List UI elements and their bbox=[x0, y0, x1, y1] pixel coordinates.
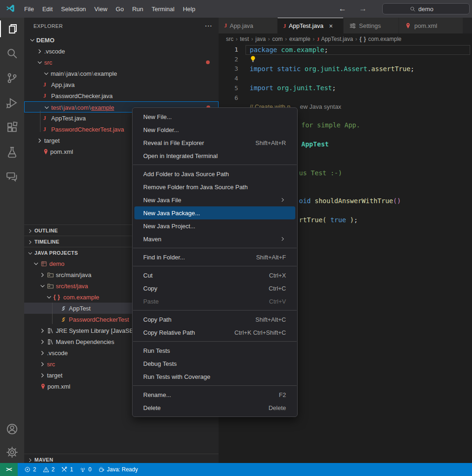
status-error[interactable]: 2 bbox=[24, 463, 36, 476]
search-input[interactable] bbox=[419, 6, 443, 13]
back-arrow-icon[interactable]: ← bbox=[339, 0, 346, 18]
menubar-item-terminal[interactable]: Terminal bbox=[147, 0, 179, 18]
chevron-down-icon bbox=[27, 250, 33, 257]
activity-files-icon[interactable] bbox=[0, 18, 24, 40]
menu-item-new-file---[interactable]: New File... bbox=[134, 110, 295, 123]
tab-app-java[interactable]: JApp.java bbox=[219, 18, 277, 33]
tab-pom-xml[interactable]: pom.xml bbox=[399, 18, 463, 33]
tab-label: Settings bbox=[359, 22, 381, 29]
breadcrumb-separator: › bbox=[312, 36, 314, 42]
menubar-item-selection[interactable]: Selection bbox=[57, 0, 90, 18]
menu-item-new-folder---[interactable]: New Folder... bbox=[134, 123, 295, 136]
menu-item-maven[interactable]: Maven bbox=[134, 232, 295, 245]
forward-arrow-icon[interactable]: → bbox=[359, 0, 367, 18]
breadcrumb-item[interactable]: com bbox=[272, 36, 283, 42]
menu-item-new-java-project---[interactable]: New Java Project... bbox=[134, 219, 295, 232]
menu-item-reveal-in-file-explorer[interactable]: Reveal in File ExplorerShift+Alt+R bbox=[134, 136, 295, 149]
explorer-item-.vscode[interactable]: .vscode bbox=[24, 46, 219, 57]
menubar-item-go[interactable]: Go bbox=[112, 0, 128, 18]
path-segment[interactable]: test bbox=[51, 104, 61, 111]
chevron-right-icon[interactable] bbox=[39, 269, 46, 280]
menu-item-remove-folder-from-java-source-path[interactable]: Remove Folder from Java Source Path bbox=[134, 180, 295, 193]
explorer-item-label: target bbox=[44, 135, 60, 146]
menu-item-copy-path[interactable]: Copy PathShift+Alt+C bbox=[134, 313, 295, 326]
breadcrumb-item[interactable]: src bbox=[226, 36, 233, 42]
status-tools[interactable]: 1 bbox=[61, 463, 73, 476]
chevron-right-icon[interactable] bbox=[39, 370, 46, 381]
chevron-right-icon[interactable] bbox=[36, 46, 43, 57]
path-segment[interactable]: java bbox=[66, 70, 78, 77]
more-actions-icon[interactable]: ⋯ bbox=[205, 21, 212, 30]
chevron-down-icon[interactable] bbox=[33, 258, 40, 269]
menubar-item-run[interactable]: Run bbox=[128, 0, 147, 18]
status-text: Java: Ready bbox=[107, 466, 138, 473]
path-segment[interactable]: com bbox=[77, 104, 89, 111]
chevron-down-icon[interactable] bbox=[29, 34, 36, 46]
menu-item-debug-tests[interactable]: Debug Tests bbox=[134, 357, 295, 370]
command-search-box[interactable] bbox=[382, 3, 470, 14]
explorer-item-passwordchecker.java[interactable]: JPasswordChecker.java bbox=[24, 90, 219, 101]
chevron-down-icon[interactable] bbox=[36, 57, 43, 68]
activity-comments-icon[interactable] bbox=[0, 165, 24, 188]
explorer-item-main-java-com-example[interactable]: main \ java \ com \ example bbox=[24, 68, 219, 79]
chevron-right-icon[interactable] bbox=[39, 347, 46, 358]
menu-item-delete[interactable]: DeleteDelete bbox=[134, 401, 295, 414]
menu-item-cut[interactable]: CutCtrl+X bbox=[134, 269, 295, 282]
chevron-right-icon[interactable] bbox=[36, 135, 43, 146]
status-coffee[interactable]: Java: Ready bbox=[98, 463, 138, 476]
close-icon[interactable]: × bbox=[329, 22, 332, 30]
path-segment[interactable]: example bbox=[91, 104, 114, 111]
menubar-item-help[interactable]: Help bbox=[179, 0, 199, 18]
menu-item-find-in-folder---[interactable]: Find in Folder...Shift+Alt+F bbox=[134, 251, 295, 264]
tab-settings[interactable]: Settings bbox=[344, 18, 399, 33]
lightbulb-icon[interactable] bbox=[249, 55, 257, 63]
explorer-item-demo[interactable]: DEMO bbox=[24, 34, 219, 46]
chevron-down-icon[interactable] bbox=[43, 102, 50, 113]
menu-item-shortcut: Ctrl+V bbox=[269, 298, 286, 305]
explorer-item-label: PasswordChecker.java bbox=[51, 90, 113, 101]
activity-source-control-icon[interactable] bbox=[0, 67, 24, 89]
chevron-right-icon[interactable] bbox=[39, 325, 46, 336]
menu-item-copy-relative-path[interactable]: Copy Relative PathCtrl+K Ctrl+Shift+C bbox=[134, 326, 295, 339]
status-warning[interactable]: 2 bbox=[43, 463, 55, 476]
activity-testing-icon[interactable] bbox=[0, 141, 24, 163]
explorer-item-src[interactable]: src bbox=[24, 57, 219, 68]
activity-extensions-icon[interactable] bbox=[0, 116, 24, 139]
menu-item-new-java-package---[interactable]: New Java Package... bbox=[134, 206, 295, 219]
path-segment[interactable]: java bbox=[64, 104, 75, 111]
menu-item-run-tests-with-coverage[interactable]: Run Tests with Coverage bbox=[134, 370, 295, 383]
chevron-down-icon[interactable] bbox=[39, 280, 46, 291]
remote-indicator[interactable]: >< bbox=[0, 463, 18, 476]
menu-item-copy[interactable]: CopyCtrl+C bbox=[134, 282, 295, 295]
menu-separator bbox=[133, 310, 297, 311]
menubar-item-view[interactable]: View bbox=[90, 0, 112, 18]
menubar-item-file[interactable]: File bbox=[20, 0, 38, 18]
menu-item-new-java-file[interactable]: New Java File bbox=[134, 193, 295, 206]
breadcrumb-item[interactable]: example bbox=[289, 36, 310, 42]
menu-item-add-folder-to-java-source-path[interactable]: Add Folder to Java Source Path bbox=[134, 167, 295, 180]
menubar-item-edit[interactable]: Edit bbox=[38, 0, 57, 18]
chevron-right-icon[interactable] bbox=[39, 358, 46, 370]
breadcrumb-item[interactable]: test bbox=[240, 36, 249, 42]
activity-gear-icon[interactable] bbox=[0, 441, 24, 463]
chevron-down-icon[interactable] bbox=[46, 291, 53, 303]
status-broadcast[interactable]: 0 bbox=[80, 463, 92, 476]
breadcrumb-item[interactable]: java bbox=[255, 36, 266, 42]
panel-maven[interactable]: MAVEN bbox=[24, 454, 219, 463]
tab-apptest-java[interactable]: JAppTest.java× bbox=[278, 18, 343, 33]
breadcrumb-item[interactable]: { }com.example bbox=[359, 36, 401, 42]
chevron-right-icon[interactable] bbox=[39, 336, 46, 347]
menu-item-open-in-integrated-terminal[interactable]: Open in Integrated Terminal bbox=[134, 149, 295, 162]
activity-run-debug-icon[interactable] bbox=[0, 92, 24, 114]
activity-account-icon[interactable] bbox=[0, 418, 24, 440]
path-segment[interactable]: example bbox=[94, 70, 117, 77]
java-projects-item-label: src bbox=[47, 358, 55, 370]
breadcrumb-item[interactable]: JAppTest.java bbox=[317, 36, 353, 42]
path-segment[interactable]: com bbox=[80, 70, 92, 77]
menu-item-rename---[interactable]: Rename...F2 bbox=[134, 388, 295, 401]
path-segment[interactable]: main bbox=[51, 70, 64, 77]
explorer-item-app.java[interactable]: JApp.java bbox=[24, 79, 219, 90]
activity-search-icon[interactable] bbox=[0, 42, 24, 65]
chevron-down-icon[interactable] bbox=[43, 68, 50, 79]
menu-item-run-tests[interactable]: Run Tests bbox=[134, 344, 295, 357]
